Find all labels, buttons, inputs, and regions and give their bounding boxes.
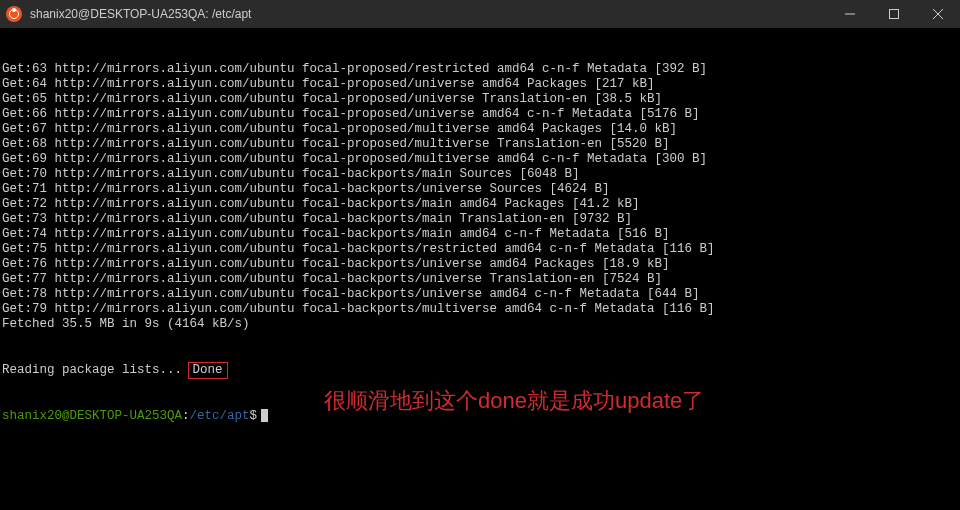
output-line: Get:66 http://mirrors.aliyun.com/ubuntu … [0,107,960,122]
output-line: Get:78 http://mirrors.aliyun.com/ubuntu … [0,287,960,302]
output-line: Get:79 http://mirrors.aliyun.com/ubuntu … [0,302,960,317]
output-line: Get:72 http://mirrors.aliyun.com/ubuntu … [0,197,960,212]
output-line: Get:69 http://mirrors.aliyun.com/ubuntu … [0,152,960,167]
maximize-icon [889,9,899,19]
done-highlight: Done [188,362,228,379]
output-line: Get:74 http://mirrors.aliyun.com/ubuntu … [0,227,960,242]
minimize-icon [845,9,855,19]
minimize-button[interactable] [828,0,872,28]
prompt-user-host: shanix20@DESKTOP-UA253QA [2,409,182,423]
ubuntu-icon [6,6,22,22]
reading-line: Reading package lists... Done [0,362,960,379]
svg-rect-1 [890,10,899,19]
close-button[interactable] [916,0,960,28]
cursor [261,409,268,422]
close-icon [933,9,943,19]
prompt-path: /etc/apt [190,409,250,423]
output-line: Get:64 http://mirrors.aliyun.com/ubuntu … [0,77,960,92]
prompt-dollar: $ [250,409,258,423]
output-line: Get:73 http://mirrors.aliyun.com/ubuntu … [0,212,960,227]
prompt-colon: : [182,409,190,423]
output-line: Get:65 http://mirrors.aliyun.com/ubuntu … [0,92,960,107]
output-line: Get:63 http://mirrors.aliyun.com/ubuntu … [0,62,960,77]
terminal-window: shanix20@DESKTOP-UA253QA: /etc/apt Get:6… [0,0,960,510]
output-line: Get:71 http://mirrors.aliyun.com/ubuntu … [0,182,960,197]
output-line: Fetched 35.5 MB in 9s (4164 kB/s) [0,317,960,332]
output-line: Get:77 http://mirrors.aliyun.com/ubuntu … [0,272,960,287]
reading-prefix: Reading package lists... [2,363,190,377]
window-controls [828,0,960,28]
window-title: shanix20@DESKTOP-UA253QA: /etc/apt [30,7,828,21]
output-line: Get:75 http://mirrors.aliyun.com/ubuntu … [0,242,960,257]
output-line: Get:70 http://mirrors.aliyun.com/ubuntu … [0,167,960,182]
output-line: Get:76 http://mirrors.aliyun.com/ubuntu … [0,257,960,272]
titlebar: shanix20@DESKTOP-UA253QA: /etc/apt [0,0,960,28]
output-line: Get:68 http://mirrors.aliyun.com/ubuntu … [0,137,960,152]
output-line: Get:67 http://mirrors.aliyun.com/ubuntu … [0,122,960,137]
maximize-button[interactable] [872,0,916,28]
annotation-text: 很顺滑地到这个done就是成功update了 [324,386,704,416]
